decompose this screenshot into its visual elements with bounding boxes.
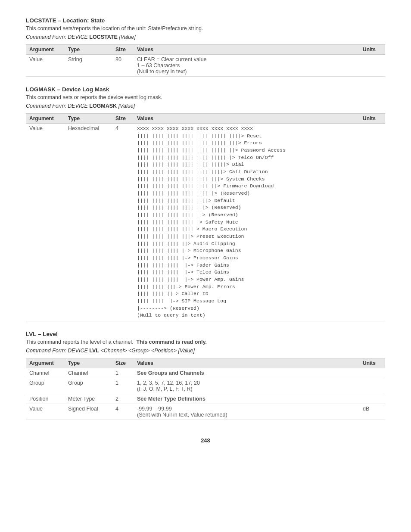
- table-row: Value Signed Float 4 -99.99 – 99.99(Sent…: [26, 404, 385, 420]
- table-row: Value Hexadecimal 4 XXXX XXXX XXXX XXXX …: [26, 124, 385, 321]
- table-row: Channel Channel 1 See Groups and Channel…: [26, 368, 385, 378]
- values-cell: 1, 2, 3, 5, 7, 12, 16, 17, 20(I, J, O, M…: [134, 378, 359, 394]
- logmask-col-type: Type: [65, 114, 112, 124]
- type-cell: Channel: [65, 368, 112, 378]
- table-row: Position Meter Type 2 See Meter Type Def…: [26, 394, 385, 404]
- type-cell: String: [65, 55, 112, 77]
- lvl-col-size: Size: [112, 358, 134, 368]
- units-cell: [359, 368, 385, 378]
- units-cell: dB: [359, 404, 385, 420]
- values-cell: See Meter Type Definitions: [134, 394, 359, 404]
- type-cell: Signed Float: [65, 404, 112, 420]
- units-cell: [359, 55, 385, 77]
- locstate-col-type: Type: [65, 45, 112, 55]
- arg-cell: Value: [26, 404, 65, 420]
- values-cell: See Groups and Channels: [134, 368, 359, 378]
- locstate-section: LOCSTATE – Location: State This command …: [26, 17, 385, 77]
- logmask-col-values: Values: [134, 114, 359, 124]
- units-cell: [359, 124, 385, 321]
- lvl-col-values: Values: [134, 358, 359, 368]
- logmask-title-suffix: – Device Log Mask: [56, 86, 109, 93]
- lvl-desc: This command reports the level of a chan…: [26, 339, 385, 345]
- locstate-table: Argument Type Size Values Units Value St…: [26, 44, 385, 77]
- arg-cell: Value: [26, 55, 65, 77]
- locstate-keyword: LOCSTATE: [26, 17, 56, 24]
- lvl-table: Argument Type Size Values Units Channel …: [26, 358, 385, 420]
- logmask-command-form: Command Form: DEVICE LOGMASK [Value]: [26, 103, 385, 109]
- lvl-command-form: Command Form: DEVICE LVL <Channel> <Grou…: [26, 348, 385, 354]
- arg-cell: Value: [26, 124, 65, 321]
- locstate-command-form: Command Form: DEVICE LOCSTATE [Value]: [26, 34, 385, 40]
- logmask-title: LOGMASK – Device Log Mask: [26, 86, 385, 93]
- units-cell: [359, 394, 385, 404]
- size-cell: 4: [112, 124, 134, 321]
- lvl-title: LVL – Level: [26, 331, 385, 337]
- arg-cell: Position: [26, 394, 65, 404]
- locstate-col-argument: Argument: [26, 45, 65, 55]
- units-cell: [359, 378, 385, 394]
- locstate-title: LOCSTATE – Location: State: [26, 17, 385, 24]
- table-row: Value String 80 CLEAR = Clear current va…: [26, 55, 385, 77]
- logmask-col-units: Units: [359, 114, 385, 124]
- locstate-col-units: Units: [359, 45, 385, 55]
- type-cell: Hexadecimal: [65, 124, 112, 321]
- locstate-desc: This command sets/reports the location o…: [26, 25, 385, 31]
- type-cell: Meter Type: [65, 394, 112, 404]
- page-number: 248: [26, 437, 385, 444]
- logmask-desc: This command sets or reports the device …: [26, 94, 385, 100]
- arg-cell: Group: [26, 378, 65, 394]
- logmask-keyword: LOGMASK: [26, 86, 56, 93]
- size-cell: 1: [112, 378, 134, 394]
- arg-cell: Channel: [26, 368, 65, 378]
- lvl-title-suffix: – Level: [36, 331, 58, 337]
- locstate-col-size: Size: [112, 45, 134, 55]
- type-cell: Group: [65, 378, 112, 394]
- size-cell: 80: [112, 55, 134, 77]
- logmask-col-argument: Argument: [26, 114, 65, 124]
- size-cell: 1: [112, 368, 134, 378]
- lvl-keyword: LVL: [26, 331, 36, 337]
- lvl-col-argument: Argument: [26, 358, 65, 368]
- size-cell: 4: [112, 404, 134, 420]
- table-row: Group Group 1 1, 2, 3, 5, 7, 12, 16, 17,…: [26, 378, 385, 394]
- locstate-title-suffix: – Location: State: [56, 17, 105, 24]
- logmask-table: Argument Type Size Values Units Value He…: [26, 113, 385, 321]
- lvl-col-type: Type: [65, 358, 112, 368]
- logmask-col-size: Size: [112, 114, 134, 124]
- lvl-section: LVL – Level This command reports the lev…: [26, 331, 385, 420]
- values-cell: -99.99 – 99.99(Sent with Null in text, V…: [134, 404, 359, 420]
- logmask-section: LOGMASK – Device Log Mask This command s…: [26, 86, 385, 321]
- values-cell: CLEAR = Clear current value 1 – 63 Chara…: [134, 55, 359, 77]
- lvl-col-units: Units: [359, 358, 385, 368]
- locstate-col-values: Values: [134, 45, 359, 55]
- values-cell: XXXX XXXX XXXX XXXX XXXX XXXX XXXX XXXX …: [134, 124, 359, 321]
- size-cell: 2: [112, 394, 134, 404]
- lvl-desc-bold: This command is read only.: [136, 339, 207, 345]
